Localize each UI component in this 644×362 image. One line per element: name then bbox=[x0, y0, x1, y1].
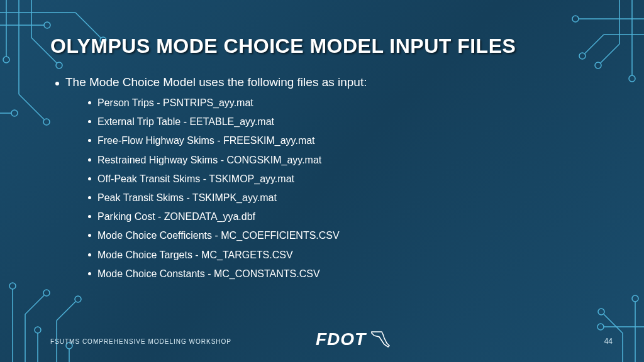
logo-text: FDOT bbox=[316, 329, 366, 349]
list-item-text: External Trip Table - EETABLE_ayy.mat bbox=[97, 114, 274, 129]
list-item-text: Mode Choice Coefficients - MC_COEFFICIEN… bbox=[97, 228, 340, 243]
input-files-list: Person Trips - PSNTRIPS_ayy.mat External… bbox=[88, 96, 594, 281]
bullet-dot bbox=[88, 215, 91, 218]
list-item: Peak Transit Skims - TSKIMPK_ayy.mat bbox=[88, 190, 594, 205]
list-item-text: Off-Peak Transit Skims - TSKIMOP_ayy.mat bbox=[97, 172, 294, 186]
list-item: Mode Choice Targets - MC_TARGETS.CSV bbox=[88, 248, 594, 262]
slide-content: OLYMPUS MODE CHOICE MODEL INPUT FILES Th… bbox=[0, 0, 644, 362]
bullet-dot bbox=[88, 158, 91, 162]
list-item: Mode Choice Coefficients - MC_COEFFICIEN… bbox=[88, 228, 594, 243]
bullet-dot bbox=[88, 234, 91, 237]
bullet-dot bbox=[55, 82, 59, 85]
list-item: Person Trips - PSNTRIPS_ayy.mat bbox=[88, 96, 594, 110]
bullet-dot bbox=[88, 177, 91, 180]
fdot-logo: FDOT bbox=[316, 329, 394, 351]
list-item-text: Person Trips - PSNTRIPS_ayy.mat bbox=[97, 96, 253, 110]
slide-title: OLYMPUS MODE CHOICE MODEL INPUT FILES bbox=[50, 35, 594, 58]
intro-bullet: The Mode Choice Model uses the following… bbox=[55, 75, 594, 89]
bullet-dot bbox=[88, 272, 91, 275]
bullet-dot bbox=[88, 139, 91, 142]
list-item-text: Parking Cost - ZONEDATA_yya.dbf bbox=[97, 209, 255, 224]
list-item: Parking Cost - ZONEDATA_yya.dbf bbox=[88, 209, 594, 224]
list-item-text: Free-Flow Highway Skims - FREESKIM_ayy.m… bbox=[97, 133, 315, 148]
list-item-text: Mode Choice Constants - MC_CONSTANTS.CSV bbox=[97, 266, 320, 281]
list-item: Free-Flow Highway Skims - FREESKIM_ayy.m… bbox=[88, 133, 594, 148]
page-number: 44 bbox=[604, 337, 613, 346]
list-item: Off-Peak Transit Skims - TSKIMOP_ayy.mat bbox=[88, 172, 594, 186]
florida-outline-icon bbox=[370, 329, 394, 351]
bullet-dot bbox=[88, 253, 91, 256]
bullet-dot bbox=[88, 196, 91, 199]
bullet-dot bbox=[88, 120, 91, 123]
footer-label: FSUTMS COMPREHENSIVE MODELING WORKSHOP bbox=[50, 338, 231, 345]
list-item-text: Restrained Highway Skims - CONGSKIM_ayy.… bbox=[97, 153, 321, 167]
list-item: Restrained Highway Skims - CONGSKIM_ayy.… bbox=[88, 153, 594, 167]
list-item: External Trip Table - EETABLE_ayy.mat bbox=[88, 114, 594, 129]
list-item-text: Mode Choice Targets - MC_TARGETS.CSV bbox=[97, 248, 293, 262]
list-item: Mode Choice Constants - MC_CONSTANTS.CSV bbox=[88, 266, 594, 281]
intro-text: The Mode Choice Model uses the following… bbox=[65, 75, 367, 89]
bullet-dot bbox=[88, 101, 91, 104]
list-item-text: Peak Transit Skims - TSKIMPK_ayy.mat bbox=[97, 190, 277, 205]
